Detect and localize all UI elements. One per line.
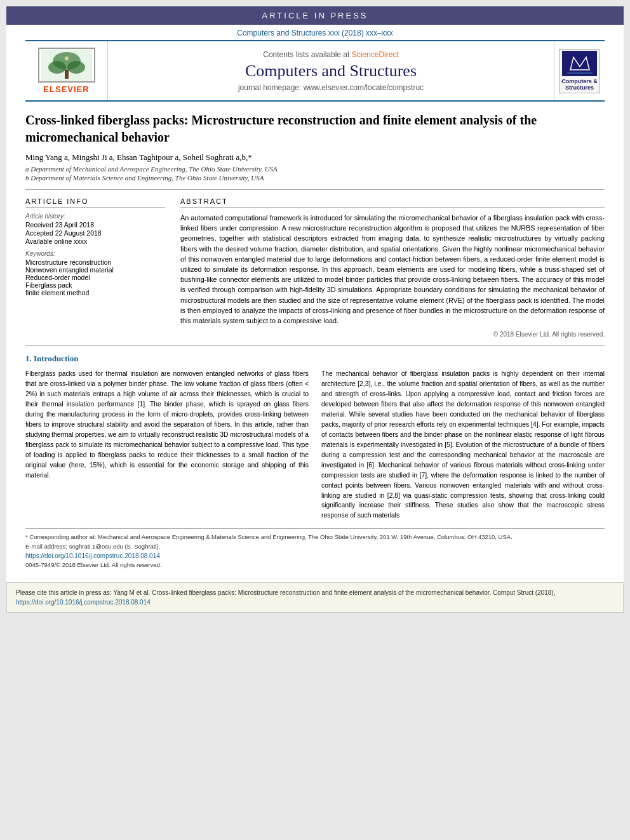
- history-label: Article history:: [25, 213, 165, 220]
- available-online: Available online xxxx: [25, 237, 165, 245]
- elsevier-logo-area: ELSEVIER: [25, 41, 108, 100]
- abstract-column: ABSTRACT An automated computational fram…: [180, 197, 605, 338]
- intro-col2: The mechanical behavior of fiberglass in…: [321, 369, 605, 521]
- elsevier-logo-image: [38, 48, 95, 83]
- keyword-1: Microstructure reconstruction: [25, 258, 165, 266]
- article-info-abstract-section: ARTICLE INFO Article history: Received 2…: [25, 197, 605, 338]
- article-title: Cross-linked fiberglass packs: Microstru…: [25, 112, 605, 146]
- svg-rect-6: [564, 51, 596, 76]
- issn-copyright: 0045-7949/© 2018 Elsevier Ltd. All right…: [25, 561, 605, 570]
- received-date: Received 23 April 2018: [25, 221, 165, 229]
- article-info-heading: ARTICLE INFO: [25, 197, 165, 208]
- sciencedirect-link[interactable]: ScienceDirect: [352, 50, 399, 59]
- article-in-press-banner: ARTICLE IN PRESS: [6, 6, 624, 25]
- keyword-3: Reduced-order model: [25, 274, 165, 281]
- cs-logo-title: Computers & Structures: [561, 78, 598, 91]
- intro-heading: 1. Introduction: [25, 354, 605, 364]
- cs-logo-box: Computers & Structures: [559, 49, 600, 93]
- elsevier-text: ELSEVIER: [43, 84, 89, 94]
- cs-logo-image: [562, 51, 597, 76]
- keyword-2: Nonwoven entangled material: [25, 266, 165, 274]
- svg-rect-4: [65, 70, 69, 79]
- keywords-label: Keywords:: [25, 250, 165, 257]
- email-address: E-mail address: soghrati.1@osu.edu (S. S…: [25, 542, 605, 551]
- cs-logo-area: Computers & Structures: [554, 41, 605, 100]
- copyright-line: © 2018 Elsevier Ltd. All rights reserved…: [180, 331, 605, 338]
- affiliation-a: a Department of Mechanical and Aerospace…: [25, 165, 605, 173]
- contents-available-line: Contents lists available at ScienceDirec…: [263, 50, 398, 59]
- intro-para-2: The mechanical behavior of fiberglass in…: [321, 369, 605, 521]
- accepted-date: Accepted 22 August 2018: [25, 229, 165, 237]
- section-divider-1: [25, 189, 605, 190]
- intro-col1: Fiberglass packs used for thermal insula…: [25, 369, 309, 521]
- journal-link-bar: Computers and Structures xxx (2018) xxx–…: [6, 25, 624, 40]
- journal-header-center: Contents lists available at ScienceDirec…: [108, 41, 554, 100]
- section-divider-2: [25, 345, 605, 346]
- citation-text: Please cite this article in press as: Ya…: [16, 589, 555, 596]
- elsevier-logo: ELSEVIER: [38, 48, 95, 94]
- body-two-col: Fiberglass packs used for thermal insula…: [25, 369, 605, 521]
- citation-doi-link[interactable]: https://doi.org/10.1016/j.compstruc.2018…: [16, 599, 151, 606]
- doi-link[interactable]: https://doi.org/10.1016/j.compstruc.2018…: [25, 551, 605, 561]
- main-content: Cross-linked fiberglass packs: Microstru…: [6, 102, 624, 576]
- corresponding-author: * Corresponding author at: Mechanical an…: [25, 533, 605, 542]
- svg-point-3: [67, 61, 85, 74]
- affiliation-b: b Department of Materials Science and En…: [25, 174, 605, 182]
- intro-para-1: Fiberglass packs used for thermal insula…: [25, 369, 309, 480]
- svg-point-2: [48, 61, 66, 74]
- abstract-text: An automated computational framework is …: [180, 213, 605, 326]
- citation-bar: Please cite this article in press as: Ya…: [6, 582, 624, 613]
- keyword-5: finite element method: [25, 289, 165, 297]
- authors: Ming Yang a, Mingshi Ji a, Ehsan Taghipo…: [25, 152, 605, 163]
- journal-homepage: journal homepage: www.elsevier.com/locat…: [238, 83, 424, 92]
- article-info-column: ARTICLE INFO Article history: Received 2…: [25, 197, 165, 338]
- journal-name: Computers and Structures: [245, 62, 417, 81]
- keyword-4: Fiberglass pack: [25, 281, 165, 289]
- cs-logo-icon: [564, 51, 596, 76]
- svg-point-5: [65, 57, 69, 60]
- footnote-section: * Corresponding author at: Mechanical an…: [25, 528, 605, 570]
- abstract-heading: ABSTRACT: [180, 197, 605, 208]
- elsevier-tree-icon: [41, 50, 92, 81]
- journal-header: ELSEVIER Contents lists available at Sci…: [25, 40, 605, 102]
